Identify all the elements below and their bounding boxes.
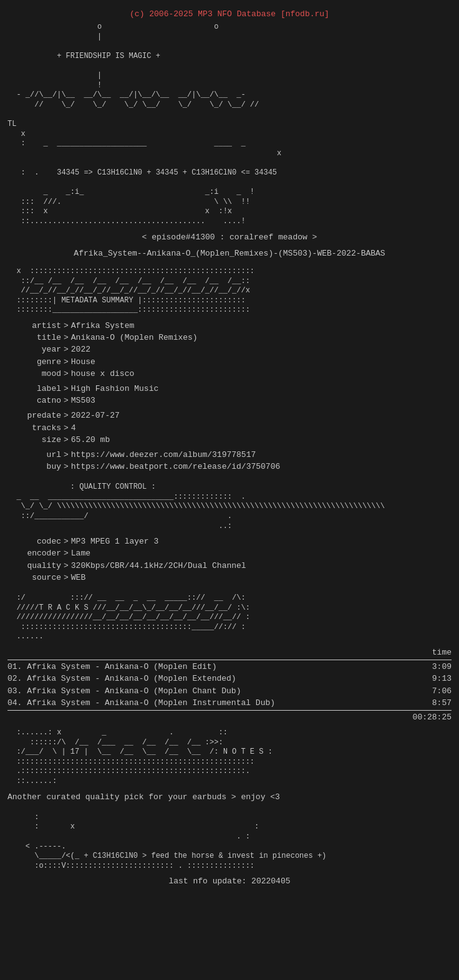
track-time: 3:09 [432,661,452,673]
quality-codec: codec > MP3 MPEG 1 layer 3 [7,536,452,547]
tracks-total-time: 00:28:25 [413,712,452,723]
quality-value-quality: 320Kbps/CBR/44.1kHz/2CH/Dual Channel [71,560,246,572]
meta-year: year > 2022 [7,344,452,355]
quality-value-encoder: Lame [71,548,90,559]
track-time: 9:13 [432,673,452,685]
tracks-list: 01. Afrika System - Anikana-O (Moplen Ed… [7,661,452,709]
metadata-section: artist > Afrika System title > Anikana-O… [7,320,452,473]
quality-quality: quality > 320Kbps/CBR/44.1kHz/2CH/Dual C… [7,560,452,572]
meta-value-genre: House [71,357,95,368]
notes-text: Another curated quality pick for your ea… [7,792,452,803]
track-title: 03. Afrika System - Anikana-O (Moplen Ch… [7,686,241,697]
meta-key-year: year [7,344,64,355]
top-ascii-art: o o | + FRIENDSHIP IS MAGIC + | ! [7,22,452,90]
meta-label: label > High Fashion Music [7,383,452,395]
meta-key-label: label [7,383,64,395]
meta-mood: mood > house x disco [7,368,452,380]
meta-value-title: Anikana-O (Moplen Remixes) [71,332,198,343]
tracks-total: 00:28:25 [7,710,452,723]
meta-value-predate: 2022-07-27 [71,410,120,421]
tracks-header: time [7,647,452,660]
quality-key-quality: quality [7,560,64,572]
meta-url: url > https://www.deezer.com/album/31977… [7,449,452,461]
quality-banner: : QUALITY CONTROL : _ __ _______________… [7,483,452,531]
meta-value-artist: Afrika System [71,320,134,332]
meta-size: size > 65.20 mb [7,435,452,446]
meta-value-buy: https://www.beatport.com/release/id/3750… [71,461,280,473]
meta-value-year: 2022 [71,344,90,355]
meta-value-label: High Fashion Music [71,383,158,395]
meta-buy: buy > https://www.beatport.com/release/i… [7,461,452,473]
quality-value-codec: MP3 MPEG 1 layer 3 [71,536,158,547]
quality-section: codec > MP3 MPEG 1 layer 3 encoder > Lam… [7,536,452,584]
quality-key-source: source [7,572,64,584]
quality-encoder: encoder > Lame [7,548,452,559]
tracks-header-time-label: time [432,647,452,658]
meta-key-mood: mood [7,368,64,380]
track-title: 01. Afrika System - Anikana-O (Moplen Ed… [7,661,216,673]
footer-last-update: last nfo update: 20220405 [7,876,452,887]
meta-predate: predate > 2022-07-27 [7,410,452,421]
quality-source: source > WEB [7,572,452,584]
meta-key-predate: predate [7,410,64,421]
header-credit: (c) 2006-2025 MP3 NFO Database [nfodb.ru… [7,9,452,20]
track-title: 02. Afrika System - Anikana-O (Moplen Ex… [7,673,236,685]
meta-key-genre: genre [7,357,64,368]
meta-value-tracks: 4 [71,423,76,434]
meta-artist: artist > Afrika System [7,320,452,332]
footer-horse-ascii: : : x : . : < .-----. \_____/<(_ + C13H1… [7,813,452,872]
meta-tracks: tracks > 4 [7,423,452,434]
meta-key-tracks: tracks [7,423,64,434]
release-name: Afrika_System--Anikana-O_(Moplen_Remixes… [7,248,452,259]
meta-catno: catno > MS503 [7,395,452,406]
quality-key-codec: codec [7,536,64,547]
meta-key-catno: catno [7,395,64,406]
episode-line: < episode#41300 : coralreef meadow > [7,232,452,243]
notes-banner: :......: x _ . :: ::::::/\ /__ /___ __ /… [7,728,452,787]
metadata-banner: x ::::::::::::::::::::::::::::::::::::::… [7,267,452,315]
meta-key-size: size [7,435,64,446]
meta-value-size: 65.20 mb [71,435,110,446]
decoration-ascii: - _//\__/|\__ __/\__ __/|\__/\__ __/|\__… [7,90,452,226]
meta-key-buy: buy [7,461,64,473]
meta-title: title > Anikana-O (Moplen Remixes) [7,332,452,343]
meta-value-url: https://www.deezer.com/album/319778517 [71,449,256,461]
track-time: 7:06 [432,686,452,697]
meta-key-title: title [7,332,64,343]
track-row: 01. Afrika System - Anikana-O (Moplen Ed… [7,661,452,673]
quality-value-source: WEB [71,572,85,584]
meta-genre: genre > House [7,357,452,368]
track-title: 04. Afrika System - Anikana-O (Moplen In… [7,698,275,709]
meta-value-mood: house x disco [71,368,134,380]
meta-key-url: url [7,449,64,461]
track-row: 02. Afrika System - Anikana-O (Moplen Ex… [7,673,452,685]
meta-key-artist: artist [7,320,64,332]
tracks-banner: :/ :::// __ __ _ __ _____::// __ /\: ///… [7,593,452,642]
track-row: 03. Afrika System - Anikana-O (Moplen Ch… [7,686,452,697]
track-time: 8:57 [432,698,452,709]
track-row: 04. Afrika System - Anikana-O (Moplen In… [7,698,452,709]
quality-key-encoder: encoder [7,548,64,559]
meta-value-catno: MS503 [71,395,95,406]
tracks-section: time 01. Afrika System - Anikana-O (Mopl… [7,647,452,723]
